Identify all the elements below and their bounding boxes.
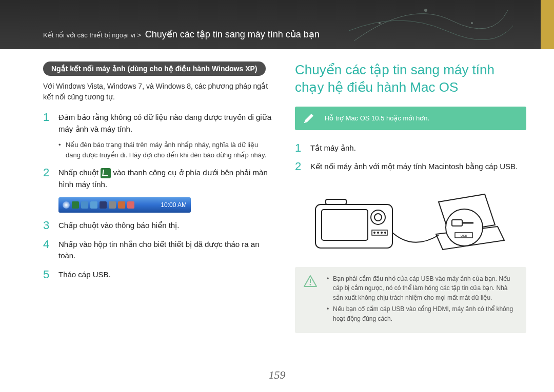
- svg-point-2: [471, 22, 473, 24]
- note-text: Hỗ trợ Mac OS 10.5 hoặc mới hơn.: [325, 114, 429, 122]
- step-3: 3 Chấp chuột vào thông báo hiển thị.: [43, 220, 274, 232]
- caution-box: Bạn phải cắm đầu nhỏ của cáp USB vào máy…: [295, 267, 526, 333]
- pen-icon: [302, 112, 315, 125]
- step-1: 1 Đảm bảo rằng không có dữ liệu nào đang…: [43, 112, 274, 160]
- taskbar-clock: 10:00 AM: [161, 201, 187, 209]
- step-number: 4: [43, 239, 52, 262]
- right-column: Chuyển các tập tin sang máy tính chạy hệ…: [295, 61, 526, 333]
- step-text: Kết nối máy ảnh với một máy tính Macinto…: [310, 161, 526, 173]
- svg-point-9: [377, 232, 379, 234]
- breadcrumb-title: Chuyển các tập tin sang máy tính của bạn: [145, 29, 320, 39]
- svg-rect-4: [322, 210, 368, 240]
- page-header: Kết nối với các thiết bị ngoại vi > Chuy…: [0, 0, 554, 49]
- note-box: Hỗ trợ Mac OS 10.5 hoặc mới hơn.: [295, 107, 526, 130]
- step-text: Nhấp vào hộp tin nhắn cho biết thiết bị …: [58, 239, 274, 262]
- step-number: 1: [43, 112, 52, 160]
- svg-rect-12: [326, 199, 346, 204]
- svg-point-8: [373, 232, 375, 234]
- step-text: Tháo cáp USB.: [58, 269, 274, 281]
- svg-point-6: [374, 214, 382, 221]
- taskbar-tray-icons: [63, 201, 134, 209]
- header-accent-bar: [541, 0, 554, 49]
- caution-icon: [303, 274, 318, 288]
- step-sub-bullet: Nếu đèn báo trạng thái trên máy ảnh nhấp…: [58, 140, 274, 160]
- caution-item: Nếu bạn cố cắm cáp USB vào cổng HDMI, má…: [327, 304, 518, 323]
- step-text-before: Nhấp chuột: [58, 168, 101, 177]
- step-number: 5: [43, 269, 52, 281]
- step-number: 2: [43, 167, 52, 190]
- step-text: Chấp chuột vào thông báo hiển thị.: [58, 220, 274, 232]
- page-number: 159: [0, 368, 554, 382]
- header-decoration: [349, 0, 513, 56]
- step-4: 4 Nhấp vào hộp tin nhắn cho biết thiết b…: [43, 239, 274, 262]
- svg-point-19: [310, 284, 311, 285]
- step-number: 3: [43, 220, 52, 232]
- svg-point-1: [424, 9, 427, 12]
- svg-text:USB: USB: [461, 234, 467, 237]
- svg-point-5: [371, 210, 385, 224]
- step-number: 2: [295, 161, 304, 173]
- breadcrumb: Kết nối với các thiết bị ngoại vi > Chuy…: [43, 29, 554, 40]
- breadcrumb-prefix: Kết nối với các thiết bị ngoại vi >: [43, 31, 141, 39]
- svg-point-14: [446, 209, 483, 246]
- step-text: Tắt máy ảnh.: [310, 142, 526, 154]
- right-step-2: 2 Kết nối máy ảnh với một máy tính Macin…: [295, 161, 526, 173]
- right-step-1: 1 Tắt máy ảnh.: [295, 142, 526, 154]
- step-text: Đảm bảo rằng không có dữ liệu nào đang đ…: [58, 113, 271, 133]
- safely-remove-icon: [101, 168, 111, 178]
- caution-item: Bạn phải cắm đầu nhỏ của cáp USB vào máy…: [327, 274, 518, 303]
- camera-laptop-illustration: USB: [310, 184, 505, 256]
- step-2: 2 Nhấp chuột vào thanh công cụ ở phía dư…: [43, 167, 274, 190]
- step-5: 5 Tháo cáp USB.: [43, 269, 274, 281]
- step-number: 1: [295, 142, 304, 154]
- subsection-pill: Ngắt kết nối máy ảnh (dùng cho hệ điều h…: [43, 61, 266, 76]
- svg-point-10: [381, 232, 383, 234]
- left-column: Ngắt kết nối máy ảnh (dùng cho hệ điều h…: [43, 61, 274, 333]
- svg-point-0: [379, 22, 381, 24]
- intro-text: Với Windows Vista, Windows 7, và Windows…: [43, 81, 274, 102]
- windows-taskbar-illustration: 10:00 AM: [58, 197, 191, 213]
- svg-point-11: [384, 232, 386, 234]
- section-heading: Chuyển các tập tin sang máy tính chạy hệ…: [295, 61, 526, 96]
